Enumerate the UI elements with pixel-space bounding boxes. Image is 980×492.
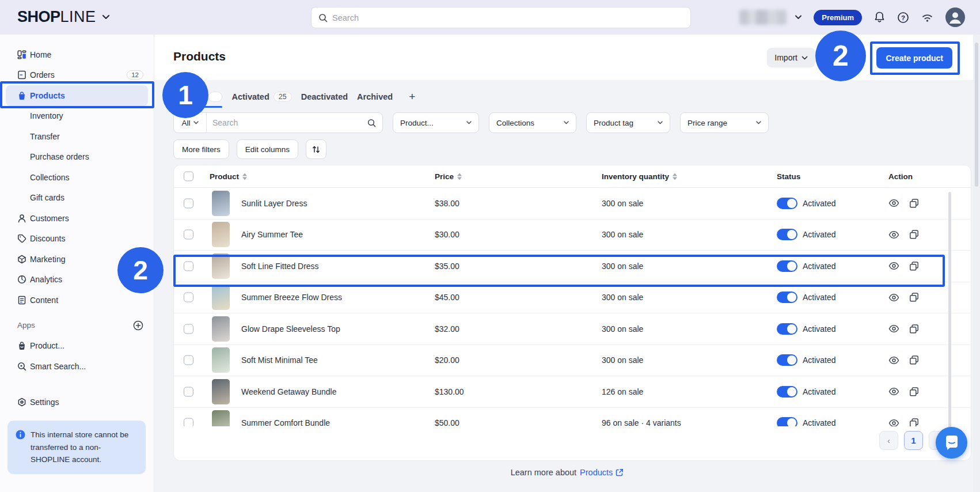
status-toggle[interactable] — [777, 417, 797, 426]
table-row[interactable]: Weekend Getaway Bundle$130.00126 on sale… — [174, 376, 971, 408]
sidebar-item-inventory[interactable]: Inventory — [0, 106, 154, 127]
sidebar-item-transfer[interactable]: Transfer — [0, 126, 154, 147]
sidebar-item-marketing[interactable]: Marketing — [0, 249, 154, 270]
product-search-input[interactable] — [207, 118, 367, 127]
table-row[interactable]: Sunlit Layer Dress$38.00300 on saleActiv… — [174, 188, 971, 219]
sidebar-item-purchase-orders[interactable]: Purchase orders — [0, 147, 154, 168]
duplicate-copy-icon[interactable] — [909, 324, 919, 334]
global-search[interactable] — [311, 7, 691, 28]
table-row[interactable]: Airy Summer Tee$30.00300 on saleActivate… — [174, 219, 971, 251]
duplicate-copy-icon[interactable] — [909, 387, 919, 396]
tab-all[interactable]: All — [193, 86, 222, 108]
row-checkbox[interactable] — [184, 324, 193, 334]
duplicate-copy-icon[interactable] — [909, 261, 919, 271]
column-header-price[interactable]: Price — [435, 172, 462, 181]
sort-order-button[interactable] — [306, 139, 326, 159]
select-all-checkbox[interactable] — [184, 172, 193, 181]
row-checkbox[interactable] — [184, 261, 193, 271]
sidebar-item-customers[interactable]: Customers — [0, 208, 154, 229]
table-row[interactable]: Glow Drape Sleeveless Top$32.00300 on sa… — [174, 313, 971, 345]
product-name[interactable]: Sunlit Layer Dress — [241, 199, 307, 208]
more-filters-button[interactable]: More filters — [173, 139, 229, 159]
premium-badge[interactable]: Premium — [814, 10, 862, 25]
view-eye-icon[interactable] — [888, 230, 899, 239]
table-row[interactable]: Summer Comfort Bundle$50.0096 on sale · … — [174, 408, 971, 427]
product-name[interactable]: Soft Line Fitted Dress — [241, 262, 319, 271]
status-toggle[interactable] — [777, 260, 797, 272]
network-wifi-icon[interactable] — [921, 12, 934, 23]
row-checkbox[interactable] — [184, 418, 193, 426]
duplicate-copy-icon[interactable] — [909, 293, 919, 302]
shopline-logo[interactable]: SHOPLINE — [17, 8, 110, 26]
add-tab-button[interactable]: + — [409, 86, 415, 108]
view-eye-icon[interactable] — [888, 388, 899, 396]
sidebar-item-content[interactable]: Content — [0, 290, 154, 311]
duplicate-copy-icon[interactable] — [909, 198, 919, 208]
account-chevron-down-icon[interactable] — [795, 15, 802, 20]
row-checkbox[interactable] — [184, 293, 193, 302]
sidebar-item-products[interactable]: Products — [6, 85, 148, 106]
page-1-button[interactable]: 1 — [904, 431, 923, 450]
sidebar-item-settings[interactable]: Settings — [0, 392, 154, 413]
status-toggle[interactable] — [777, 354, 797, 366]
view-eye-icon[interactable] — [888, 356, 899, 364]
create-product-button[interactable]: Create product — [876, 47, 952, 69]
price-range-filter-dropdown[interactable]: Price range — [680, 112, 769, 133]
chat-widget-button[interactable] — [936, 427, 967, 459]
sidebar-item-discounts[interactable]: Discounts — [0, 229, 154, 249]
table-row[interactable]: Soft Mist Minimal Tee$20.00300 on saleAc… — [174, 345, 971, 377]
search-scope-select[interactable]: All — [174, 113, 207, 133]
duplicate-copy-icon[interactable] — [909, 230, 919, 240]
row-checkbox[interactable] — [184, 355, 193, 365]
duplicate-copy-icon[interactable] — [909, 418, 919, 426]
sidebar-item-collections[interactable]: Collections — [0, 167, 154, 188]
sidebar-app-product[interactable]: Product... — [0, 336, 154, 357]
status-toggle[interactable] — [777, 292, 797, 303]
product-name[interactable]: Summer Breeze Flow Dress — [241, 293, 342, 302]
tab-activated[interactable]: Activated25 — [231, 86, 291, 108]
status-toggle[interactable] — [777, 229, 797, 240]
product-name[interactable]: Summer Comfort Bundle — [241, 418, 330, 426]
sidebar-item-orders[interactable]: Orders 12 — [0, 65, 154, 86]
add-app-icon[interactable] — [133, 320, 143, 331]
edit-columns-button[interactable]: Edit columns — [237, 139, 298, 159]
prev-page-button[interactable]: ‹ — [879, 431, 898, 450]
table-row[interactable]: Soft Line Fitted Dress$35.00300 on saleA… — [174, 251, 971, 282]
row-checkbox[interactable] — [184, 198, 193, 208]
avatar[interactable] — [945, 7, 965, 27]
collections-filter-dropdown[interactable]: Collections — [489, 112, 576, 133]
page-scrollbar-thumb[interactable] — [975, 43, 978, 187]
product-name[interactable]: Weekend Getaway Bundle — [241, 387, 337, 396]
view-eye-icon[interactable] — [888, 325, 899, 333]
sidebar-item-gift-cards[interactable]: Gift cards — [0, 188, 154, 209]
product-filter-dropdown[interactable]: Product... — [393, 112, 479, 133]
tab-archived[interactable]: Archived — [357, 86, 393, 108]
row-checkbox[interactable] — [184, 230, 193, 240]
import-button[interactable]: Import — [767, 48, 815, 67]
table-row[interactable]: Summer Breeze Flow Dress$45.00300 on sal… — [174, 282, 971, 314]
tab-deactivated[interactable]: Deactivated — [301, 86, 348, 108]
status-toggle[interactable] — [777, 198, 797, 209]
sidebar-item-analytics[interactable]: Analytics — [0, 270, 154, 290]
table-scrollbar[interactable] — [948, 192, 951, 436]
product-name[interactable]: Soft Mist Minimal Tee — [241, 355, 318, 365]
duplicate-copy-icon[interactable] — [909, 355, 919, 365]
status-toggle[interactable] — [777, 386, 797, 398]
view-eye-icon[interactable] — [888, 199, 899, 207]
column-header-inventory[interactable]: Inventory quantity — [602, 172, 677, 181]
product-tag-filter-dropdown[interactable]: Product tag — [586, 112, 670, 133]
help-icon[interactable]: ? — [897, 12, 909, 24]
status-toggle[interactable] — [777, 323, 797, 335]
notifications-bell-icon[interactable] — [873, 11, 886, 24]
row-checkbox[interactable] — [184, 387, 193, 396]
column-header-product[interactable]: Product — [210, 172, 247, 181]
view-eye-icon[interactable] — [888, 262, 899, 270]
page-scrollbar[interactable] — [973, 35, 980, 492]
sidebar-app-smart-search[interactable]: Smart Search... — [0, 356, 154, 377]
view-eye-icon[interactable] — [888, 293, 899, 301]
product-name[interactable]: Glow Drape Sleeveless Top — [241, 324, 340, 334]
product-name[interactable]: Airy Summer Tee — [241, 230, 303, 239]
products-docs-link[interactable]: Products — [580, 468, 624, 477]
search-input[interactable] — [332, 13, 683, 22]
view-eye-icon[interactable] — [888, 419, 899, 426]
